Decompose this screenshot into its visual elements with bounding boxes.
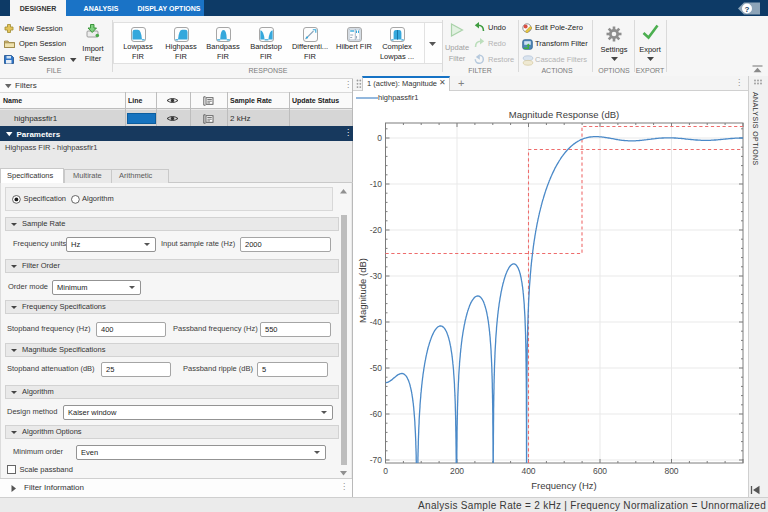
svg-text:?: ? bbox=[745, 5, 750, 14]
